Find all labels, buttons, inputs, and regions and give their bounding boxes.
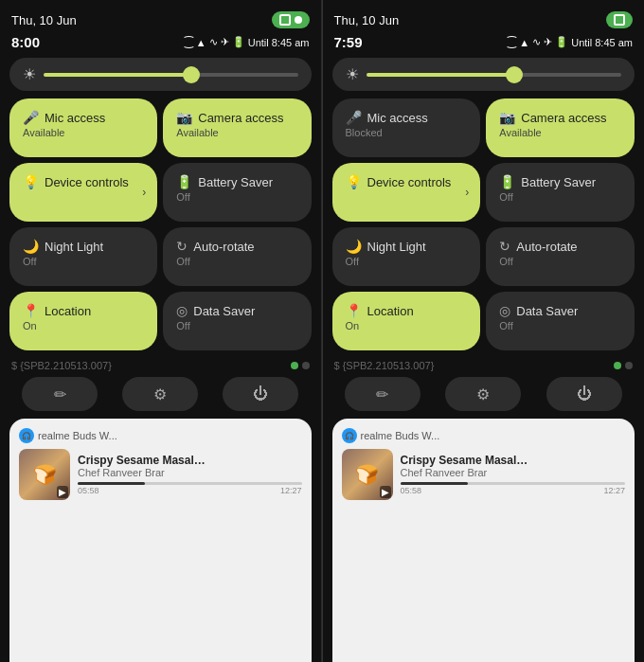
tile-label-6: Location [367,304,414,318]
status-bar: 7:59 ⁐ ▲ ∿ ✈ 🔋 Until 8:45 am [332,30,635,54]
tile-data-saver[interactable]: ◎ Data Saver Off [486,292,635,350]
tile-row: ◎ Data Saver [176,303,297,318]
tile-row: 📍 Location [23,303,144,318]
tile-night-light[interactable]: 🌙 Night Light Off [9,227,157,286]
media-info: Crispy Sesame Masala Bread Toas... Chef … [401,454,626,495]
media-progress[interactable] [401,482,626,485]
tile-row: 🌙 Night Light [23,239,144,254]
tile-auto-rotate[interactable]: ↻ Auto-rotate Off [163,227,311,286]
tile-icon-1: 📷 [499,110,515,125]
settings-button[interactable]: ⚙ [445,377,521,411]
dot-inactive [302,362,310,369]
tile-battery-saver[interactable]: 🔋 Battery Saver Off [163,163,311,222]
bottom-build: $ {SPB2.210513.007} [332,354,635,373]
tile-icon-4: 🌙 [346,239,362,254]
media-header: 🎧 realme Buds W... [342,428,626,443]
dot-active [291,362,298,369]
date-label: Thu, 10 Jun [11,13,77,27]
media-app-name: realme Buds W... [38,430,117,441]
power-button[interactable]: ⏻ [546,377,622,411]
screen-icon [279,14,291,26]
wifi-icon: ∿ [209,36,218,48]
date-label: Thu, 10 Jun [334,13,400,27]
media-time-start: 05:58 [401,486,422,495]
media-app-name: realme Buds W... [361,430,440,441]
tile-sub-4: Off [23,256,144,267]
action-buttons: ✏⚙⏻ [9,373,312,415]
tile-row: 📍 Location [346,303,468,318]
media-content: 🍞 Crispy Sesame Masala Bread Toas... Che… [342,449,626,500]
tile-icon-5: ↻ [499,239,510,254]
brightness-row[interactable]: ☀ [332,58,635,91]
tile-camera-access[interactable]: 📷 Camera access Available [163,98,311,157]
bluetooth-icon: ⁐ [508,36,516,48]
tile-sub-3: Off [499,191,621,203]
tile-data-saver[interactable]: ◎ Data Saver Off [163,292,311,350]
tile-label-7: Data Saver [193,304,255,318]
action-buttons: ✏⚙⏻ [332,373,635,415]
status-icons: ⁐ ▲ ∿ ✈ 🔋 Until 8:45 am [185,36,310,48]
tile-row: 🌙 Night Light [346,239,468,254]
status-icons: ⁐ ▲ ∿ ✈ 🔋 Until 8:45 am [508,36,633,48]
tile-battery-saver[interactable]: 🔋 Battery Saver Off [486,163,635,222]
tile-row: 🔋 Battery Saver [499,174,621,189]
tile-device-controls[interactable]: 💡 Device controls › [332,163,481,222]
tile-label-5: Auto-rotate [193,240,254,254]
battery-text: Until 8:45 am [248,37,310,48]
tile-night-light[interactable]: 🌙 Night Light Off [332,227,481,286]
tile-camera-access[interactable]: 📷 Camera access Available [486,98,635,157]
tile-location[interactable]: 📍 Location On [332,292,481,350]
tile-icon-6: 📍 [23,303,39,318]
dot-active [614,362,621,369]
media-progress[interactable] [78,482,302,485]
settings-button[interactable]: ⚙ [122,377,198,411]
chevron-icon: › [142,186,146,199]
media-time-start: 05:58 [78,486,99,495]
tile-label-2: Device controls [45,175,129,189]
tile-mic-access[interactable]: 🎤 Mic access Available [9,98,157,157]
tile-row: ↻ Auto-rotate [176,239,297,254]
media-time-end: 12:27 [603,486,625,495]
status-bar: 8:00 ⁐ ▲ ∿ ✈ 🔋 Until 8:45 am [9,30,312,54]
media-progress-fill [78,482,145,485]
tile-row: 📷 Camera access [176,110,297,125]
brightness-slider[interactable] [44,73,298,77]
edit-button[interactable]: ✏ [345,377,420,411]
media-progress-fill [401,482,468,485]
tile-icon-7: ◎ [499,303,510,318]
brightness-slider[interactable] [367,73,622,77]
bottom-build: $ {SPB2.210513.007} [9,354,312,373]
tile-icon-1: 📷 [176,110,192,125]
tile-icon-0: 🎤 [23,110,39,125]
media-times: 05:58 12:27 [78,486,302,495]
tile-row: 💡 Device controls › [346,174,468,189]
tile-auto-rotate[interactable]: ↻ Auto-rotate Off [486,227,635,286]
battery-icon: 🔋 [232,36,245,48]
tile-icon-7: ◎ [176,303,188,318]
tile-sub-5: Off [176,256,297,267]
tile-sub-7: Off [499,320,621,331]
build-text: $ {SPB2.210513.007} [11,360,112,371]
pagination-dots [291,362,310,369]
tile-mic-access[interactable]: 🎤 Mic access Blocked [332,98,481,157]
tile-icon-6: 📍 [346,303,362,318]
tile-label-0: Mic access [367,111,428,125]
tile-row: 📷 Camera access [499,110,621,125]
tile-device-controls[interactable]: 💡 Device controls › [9,163,157,222]
brightness-row[interactable]: ☀ [9,58,312,91]
build-text: $ {SPB2.210513.007} [334,360,435,371]
panels-container: Thu, 10 Jun8:00 ⁐ ▲ ∿ ✈ 🔋 Until 8:45 am … [0,0,644,662]
battery-text: Until 8:45 am [571,37,633,48]
tile-row: ↻ Auto-rotate [499,239,621,254]
tile-label-3: Battery Saver [521,175,596,189]
mic-icon [295,16,302,24]
tile-location[interactable]: 📍 Location On [9,292,157,350]
tile-label-5: Auto-rotate [516,240,577,254]
record-badge [272,11,310,28]
tile-icon-3: 🔋 [176,174,192,189]
tile-icon-5: ↻ [176,239,188,254]
edit-button[interactable]: ✏ [22,377,98,411]
power-button[interactable]: ⏻ [223,377,298,411]
tile-label-1: Camera access [198,111,283,125]
dot-inactive [625,362,633,369]
